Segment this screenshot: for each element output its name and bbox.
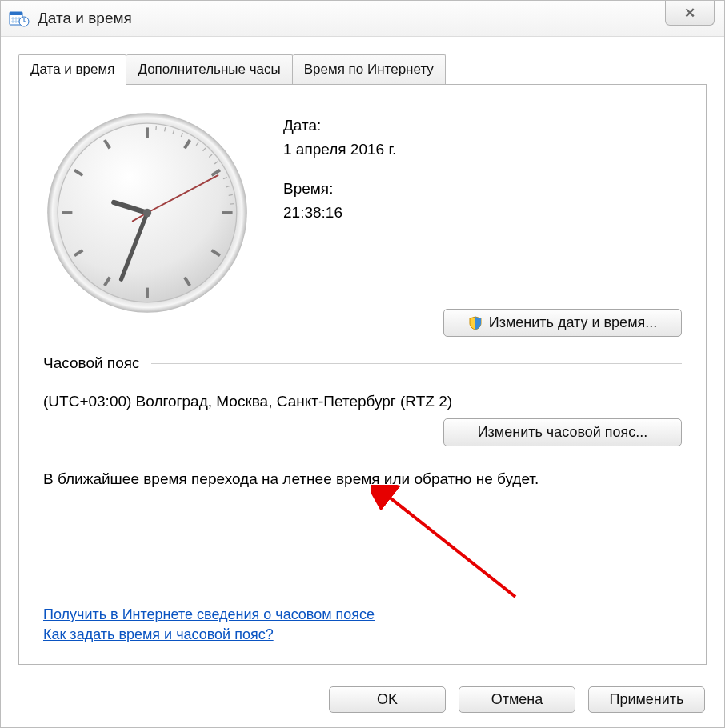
annotation-arrow — [371, 485, 523, 605]
tab-internet-time[interactable]: Время по Интернету — [293, 54, 446, 84]
apply-button[interactable]: Применить — [588, 686, 705, 713]
cancel-button[interactable]: Отмена — [459, 686, 575, 713]
timezone-value: (UTC+03:00) Волгоград, Москва, Санкт-Пет… — [43, 393, 682, 410]
tab-additional-clocks[interactable]: Дополнительные часы — [126, 54, 292, 84]
ok-button[interactable]: OK — [329, 686, 446, 713]
close-button[interactable]: ✕ — [665, 1, 715, 26]
svg-rect-1 — [10, 12, 22, 15]
svg-line-35 — [230, 204, 234, 205]
link-set-time[interactable]: Как задать время и часовой пояс? — [43, 626, 375, 643]
date-time-dialog: Дата и время ✕ Дата и время Дополнительн… — [0, 0, 725, 728]
shield-icon — [468, 316, 483, 330]
window-title: Дата и время — [38, 10, 132, 27]
tab-pane: Дата: 1 апреля 2016 г. Время: 21:38:16 И… — [18, 84, 707, 665]
titlebar: Дата и время — [1, 1, 724, 37]
dialog-buttons: OK Отмена Применить — [18, 686, 707, 713]
close-icon: ✕ — [684, 5, 695, 22]
tab-date-time[interactable]: Дата и время — [18, 54, 126, 84]
help-links: Получить в Интернете сведения о часовом … — [43, 603, 375, 643]
time-label: Время: — [283, 177, 396, 201]
change-date-time-button[interactable]: Изменить дату и время... — [443, 309, 682, 337]
change-timezone-button[interactable]: Изменить часовой пояс... — [443, 418, 682, 446]
link-tz-info[interactable]: Получить в Интернете сведения о часовом … — [43, 606, 375, 623]
date-time-icon — [9, 10, 30, 27]
tab-strip: Дата и время Дополнительные часы Время п… — [18, 54, 707, 84]
date-label: Дата: — [283, 114, 396, 138]
svg-line-24 — [156, 126, 157, 130]
time-value: 21:38:16 — [283, 201, 396, 225]
analog-clock — [43, 109, 251, 317]
svg-line-41 — [386, 494, 515, 597]
date-value: 1 апреля 2016 г. — [283, 138, 396, 162]
timezone-section-header: Часовой пояс — [43, 354, 682, 372]
dst-info: В ближайшее время перехода на летнее вре… — [43, 470, 682, 488]
svg-point-40 — [143, 209, 151, 217]
